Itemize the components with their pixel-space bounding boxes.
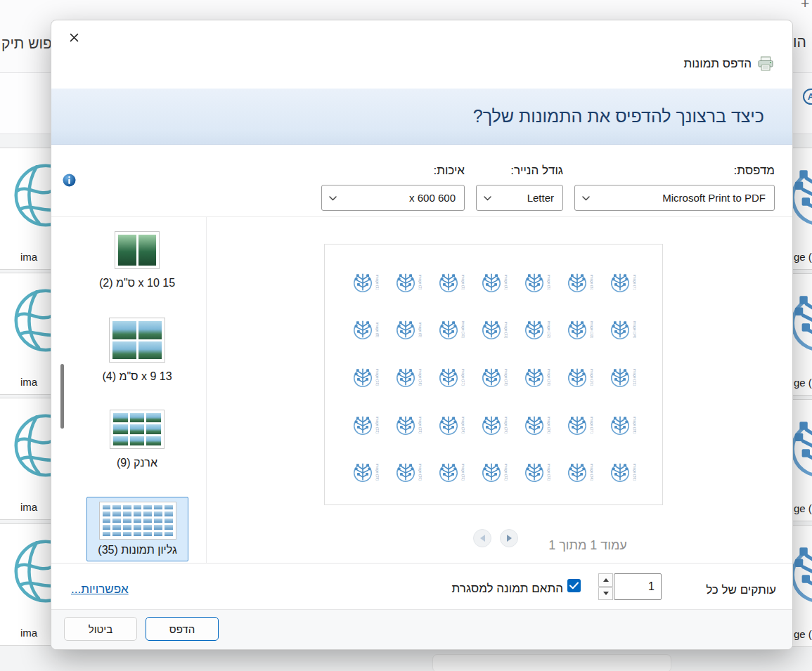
panel-divider (206, 217, 207, 563)
help-icon[interactable] (63, 174, 76, 187)
preview-caption: image (15) (375, 369, 379, 386)
preview-thumbnail: image (9) (386, 306, 429, 354)
preview-caption: image (27) (590, 417, 593, 434)
background-bottom-bar (432, 654, 671, 671)
page-status: עמוד 1 מתוך 1 (535, 538, 640, 553)
layout-label: 15 x 10 ס"מ (2) (77, 277, 198, 289)
print-pictures-dialog: הדפס תמונות כיצד ברצונך להדפיס את התמונו… (51, 20, 793, 650)
close-button[interactable] (63, 26, 85, 48)
preview-caption: image (21) (633, 369, 636, 386)
preview-caption: image (3) (461, 275, 465, 289)
preview-thumbnail: image (32) (472, 448, 515, 496)
options-link[interactable]: אפשרויות... (71, 582, 129, 597)
paper-size-combobox[interactable]: Letter (476, 185, 563, 211)
preview-caption: image (28) (633, 417, 636, 434)
section-divider (51, 216, 792, 217)
preview-caption: image (4) (504, 275, 508, 289)
arrow-right-icon (507, 535, 512, 542)
print-button[interactable]: הדפס (146, 617, 219, 641)
preview-caption: image (25) (504, 417, 508, 434)
preview-thumbnail: image (8) (343, 306, 386, 354)
preview-caption: image (30) (418, 464, 422, 481)
preview-thumbnail: image (30) (386, 448, 429, 496)
preview-caption: image (11) (504, 322, 508, 339)
close-icon (70, 33, 79, 42)
section-divider (51, 609, 792, 610)
layout-option-2[interactable]: 13 x 9 ס"מ (4) (77, 318, 198, 383)
preview-caption: image (23) (418, 417, 422, 434)
preview-thumbnail: image (2) (386, 259, 429, 306)
preview-caption: image (1) (375, 275, 379, 289)
layout-label: ארנק (9) (77, 457, 198, 469)
triangle-down-icon (603, 592, 609, 595)
preview-caption: image (26) (547, 417, 550, 434)
preview-caption: image (18) (504, 369, 508, 386)
preview-thumbnail: image (22) (343, 401, 386, 449)
question-banner: כיצד ברצונך להדפיס את התמונות שלך? (51, 89, 792, 145)
preview-thumbnail: image (20) (558, 353, 601, 401)
chevron-down-icon (329, 196, 337, 201)
paper-size-value: Letter (527, 192, 554, 204)
preview-caption: image (19) (547, 369, 550, 386)
preview-caption: image (20) (590, 369, 593, 386)
layout-option-3[interactable]: ארנק (9) (77, 410, 198, 469)
preview-thumbnail: image (11) (472, 306, 515, 354)
quality-combobox[interactable]: 600 x 600 (321, 185, 465, 211)
preview-thumbnail: image (24) (429, 401, 472, 449)
preview-thumbnail: image (5) (515, 259, 558, 306)
preview-caption: image (12) (547, 321, 550, 338)
copies-label: עותקים של כל (706, 583, 776, 597)
previous-page-button[interactable] (473, 529, 491, 547)
quality-value: 600 x 600 (409, 192, 456, 204)
preview-thumbnail: image (21) (601, 353, 644, 401)
preview-caption: image (8) (375, 323, 379, 337)
preview-thumbnail: image (18) (472, 353, 515, 401)
printer-value: Microsoft Print to PDF (662, 192, 766, 204)
preview-caption: image (16) (418, 369, 422, 386)
fit-frame-checkbox[interactable] (567, 579, 581, 592)
preview-thumbnail: image (31) (429, 448, 472, 496)
quality-label: איכות: (433, 164, 465, 178)
dialog-titlebar: הדפס תמונות (683, 56, 774, 71)
spin-up-button[interactable] (598, 573, 613, 587)
next-page-button[interactable] (500, 529, 518, 547)
preview-caption: image (32) (504, 464, 508, 481)
copies-spinner: 1 (598, 573, 662, 600)
question-text: כיצד ברצונך להדפיס את התמונות שלך? (473, 106, 764, 126)
check-icon (569, 582, 579, 589)
new-tab-plus-button[interactable]: + (801, 0, 809, 12)
preview-thumbnail: image (28) (601, 401, 644, 449)
preview-thumbnail: image (14) (601, 306, 644, 354)
scrollbar-thumb[interactable] (60, 364, 64, 429)
preview-caption: image (31) (461, 464, 465, 481)
preview-caption: image (13) (590, 321, 593, 338)
preview-caption: image (24) (461, 417, 465, 434)
preview-thumbnail: image (27) (558, 401, 601, 449)
preview-thumbnail: image (10) (429, 306, 472, 354)
copies-input[interactable]: 1 (614, 573, 662, 600)
paper-size-label: גודל הנייר: (510, 164, 563, 178)
triangle-up-icon (603, 578, 609, 582)
arrow-left-icon (480, 535, 485, 542)
preview-caption: image (7) (633, 275, 636, 289)
spin-down-button[interactable] (598, 587, 613, 601)
chevron-down-icon (582, 196, 590, 201)
preview-thumbnail: image (4) (472, 259, 515, 306)
dialog-title: הדפס תמונות (683, 57, 752, 71)
preview-thumbnail: image (15) (343, 353, 386, 401)
preview-thumbnail: image (29) (343, 448, 386, 496)
printer-label: מדפסת: (734, 164, 775, 178)
section-divider (51, 563, 792, 563)
search-input[interactable]: פוש תיק (1, 35, 52, 52)
printer-combobox[interactable]: Microsoft Print to PDF (574, 185, 775, 211)
layout-option-4[interactable]: גליון תמונות (35) (86, 497, 188, 561)
layout-thumbnail (109, 318, 165, 363)
preview-caption: image (5) (547, 275, 550, 289)
preview-caption: image (6) (590, 275, 593, 289)
cancel-button[interactable]: ביטול (64, 617, 137, 641)
preview-thumbnail: image (3) (429, 259, 472, 306)
preview-thumbnail: image (35) (601, 448, 644, 496)
preview-thumbnail: image (13) (558, 306, 601, 354)
layout-option-1[interactable]: 15 x 10 ס"מ (2) (77, 231, 198, 289)
background-toolbar-button[interactable]: הו (793, 34, 806, 51)
